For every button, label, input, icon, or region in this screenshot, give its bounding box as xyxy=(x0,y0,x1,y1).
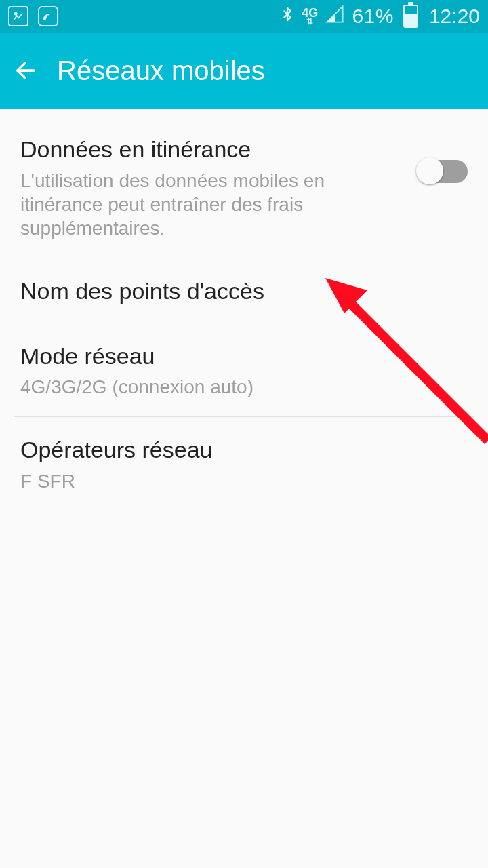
item-operators[interactable]: Opérateurs réseau F SFR xyxy=(0,417,488,511)
network-type-indicator: 4G ⇅ xyxy=(302,7,318,26)
roaming-toggle[interactable] xyxy=(418,160,468,183)
status-bar: 4G ⇅ 61% 12:20 xyxy=(0,0,488,33)
back-button[interactable] xyxy=(14,58,38,83)
svg-point-1 xyxy=(44,18,45,20)
item-network-mode-subtitle: 4G/3G/2G (connexion auto) xyxy=(20,375,468,399)
item-roaming-subtitle: L'utilisation des données mobiles en iti… xyxy=(20,169,404,240)
item-operators-subtitle: F SFR xyxy=(20,469,468,493)
item-apn[interactable]: Nom des points d'accès xyxy=(0,258,488,323)
item-operators-title: Opérateurs réseau xyxy=(20,436,468,464)
item-network-mode[interactable]: Mode réseau 4G/3G/2G (connexion auto) xyxy=(0,323,488,417)
page-title: Réseaux mobiles xyxy=(57,56,265,86)
battery-icon xyxy=(403,5,418,28)
item-roaming-title: Données en itinérance xyxy=(20,136,404,163)
toggle-knob xyxy=(416,157,443,184)
status-right: 4G ⇅ 61% 12:20 xyxy=(280,3,480,30)
battery-percentage: 61% xyxy=(352,5,394,28)
bluetooth-icon xyxy=(280,3,295,30)
item-roaming[interactable]: Données en itinérance L'utilisation des … xyxy=(0,117,488,258)
image-icon xyxy=(8,6,28,26)
app-bar: Réseaux mobiles xyxy=(0,33,488,108)
svg-point-0 xyxy=(15,13,17,15)
item-network-mode-title: Mode réseau xyxy=(20,342,468,370)
clock: 12:20 xyxy=(429,5,480,28)
cast-icon xyxy=(38,6,58,26)
item-apn-title: Nom des points d'accès xyxy=(20,277,468,305)
status-left xyxy=(8,6,58,26)
settings-list: Données en itinérance L'utilisation des … xyxy=(0,108,488,511)
signal-icon xyxy=(325,5,345,28)
divider xyxy=(14,511,474,511)
